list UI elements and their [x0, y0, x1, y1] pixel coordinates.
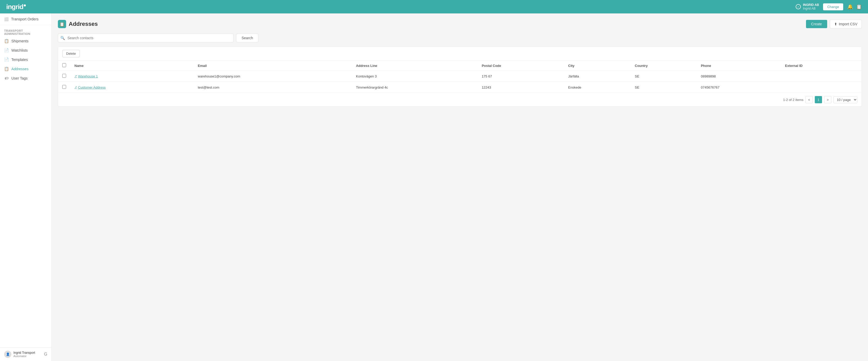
search-row: 🔍 Search — [58, 34, 862, 42]
select-all-checkbox[interactable] — [62, 63, 66, 67]
row2-email: test@test.com — [194, 82, 352, 93]
header-icons: 🔔 📋 — [847, 4, 862, 9]
sidebar-item-shipments[interactable]: 📋 Shipments — [0, 36, 52, 46]
create-button[interactable]: Create — [806, 20, 827, 28]
user-name: Ingrid Transport — [13, 351, 35, 355]
row1-postal-code: 175 67 — [478, 71, 564, 82]
th-country: Country — [630, 61, 697, 71]
sidebar-bottom-button[interactable]: G — [44, 352, 47, 357]
user-name-group: Ingrid Transport Automator — [13, 351, 35, 358]
row1-email: warehouse1@company.com — [194, 71, 352, 82]
sidebar-label-addresses: Addresses — [11, 67, 28, 71]
row2-checkbox-cell — [58, 82, 70, 93]
search-input[interactable] — [58, 34, 234, 42]
import-csv-button[interactable]: ⬆ Import CSV — [830, 20, 862, 28]
import-icon: ⬆ — [834, 22, 837, 26]
templates-icon: 📄 — [4, 57, 9, 62]
messages-button[interactable]: 📋 — [856, 4, 862, 9]
delete-button[interactable]: Delete — [62, 50, 80, 57]
sidebar-section-label: TRANSPORT ADMINISTRATION — [0, 25, 52, 36]
user-sub: Automator — [13, 355, 35, 358]
row2-checkbox[interactable] — [62, 85, 66, 89]
th-address-line: Address Line — [352, 61, 478, 71]
th-postal-code: Postal Code — [478, 61, 564, 71]
company-name: INGRID AB — [803, 3, 819, 7]
table-header: Name Email Address Line Postal Code City — [58, 61, 862, 71]
row1-name-link[interactable]: ↗ Warehouse 1 — [74, 74, 190, 78]
sidebar-item-transport-orders[interactable]: ⬜ Transport Orders — [0, 13, 52, 25]
import-label: Import CSV — [839, 22, 858, 26]
arrow-icon: ↗ — [74, 74, 77, 78]
logo: ingrid — [6, 3, 26, 11]
header-actions: Create ⬆ Import CSV — [806, 20, 862, 28]
transport-orders-icon: ⬜ — [4, 17, 8, 21]
row1-city: Järfälla — [564, 71, 630, 82]
user-tags-icon: 🏷 — [4, 76, 9, 80]
addresses-card: Delete Name Email — [58, 46, 862, 107]
th-name: Name — [70, 61, 194, 71]
company-sub: Ingrid AB — [803, 7, 819, 10]
sidebar-item-addresses[interactable]: 📋 Addresses — [0, 64, 52, 74]
row1-name[interactable]: ↗ Warehouse 1 — [70, 71, 194, 82]
addresses-table: Name Email Address Line Postal Code City — [58, 61, 862, 93]
app-header: ingrid ✓ INGRID AB Ingrid AB Change 🔔 📋 — [0, 0, 868, 13]
row1-external-id — [781, 71, 862, 82]
sidebar-item-user-tags[interactable]: 🏷 User Tags — [0, 74, 52, 83]
sidebar-label-watchlists: Watchlists — [11, 48, 28, 53]
per-page-select[interactable]: 10 / page — [833, 96, 858, 103]
main-content: 📋 Addresses Create ⬆ Import CSV 🔍 Search — [52, 13, 868, 361]
table-row: ↗ Customer Address test@test.com Timmerk… — [58, 82, 862, 93]
row2-city: Enskede — [564, 82, 630, 93]
row1-checkbox-cell — [58, 71, 70, 82]
sidebar-label-shipments: Shipments — [11, 39, 28, 43]
header-right: ✓ INGRID AB Ingrid AB Change 🔔 📋 — [796, 3, 862, 10]
pagination-info: 1-2 of 2 items — [783, 98, 803, 102]
table-body: ↗ Warehouse 1 warehouse1@company.com Kon… — [58, 71, 862, 93]
addresses-icon: 📋 — [4, 67, 9, 71]
search-icon: 🔍 — [60, 36, 65, 40]
page-icon: 📋 — [58, 20, 66, 28]
th-email: Email — [194, 61, 352, 71]
sidebar-user-info: 👤 Ingrid Transport Automator — [4, 351, 35, 358]
table-header-row: Name Email Address Line Postal Code City — [58, 61, 862, 71]
app-body: ⬜ Transport Orders TRANSPORT ADMINISTRAT… — [0, 13, 868, 361]
row1-country: SE — [630, 71, 697, 82]
row2-country: SE — [630, 82, 697, 93]
sidebar-label-templates: Templates — [11, 58, 28, 62]
page-title-group: 📋 Addresses — [58, 20, 98, 28]
row2-external-id — [781, 82, 862, 93]
search-input-wrap: 🔍 — [58, 34, 234, 42]
table-row: ↗ Warehouse 1 warehouse1@company.com Kon… — [58, 71, 862, 82]
row1-checkbox[interactable] — [62, 74, 66, 78]
sidebar-item-watchlists[interactable]: 📄 Watchlists — [0, 46, 52, 55]
page-1-button[interactable]: 1 — [815, 96, 822, 103]
next-page-button[interactable]: > — [824, 96, 831, 103]
th-city: City — [564, 61, 630, 71]
card-toolbar: Delete — [58, 47, 862, 61]
row2-name-link[interactable]: ↗ Customer Address — [74, 86, 190, 89]
th-external-id: External ID — [781, 61, 862, 71]
row2-name[interactable]: ↗ Customer Address — [70, 82, 194, 93]
shipments-icon: 📋 — [4, 39, 9, 43]
notifications-button[interactable]: 🔔 — [847, 4, 853, 9]
company-name-group: INGRID AB Ingrid AB — [803, 3, 819, 10]
row1-phone: 08989898 — [697, 71, 781, 82]
arrow-icon: ↗ — [74, 86, 77, 89]
user-avatar: 👤 — [4, 351, 11, 358]
logo-text: ingrid — [6, 3, 26, 11]
pagination-row: 1-2 of 2 items < 1 > 10 / page — [58, 93, 862, 106]
search-button[interactable]: Search — [236, 34, 258, 42]
company-icon: ✓ — [796, 4, 801, 9]
sidebar-label-user-tags: User Tags — [11, 76, 28, 80]
row2-postal-code: 12243 — [478, 82, 564, 93]
prev-page-button[interactable]: < — [805, 96, 813, 103]
th-checkbox — [58, 61, 70, 71]
watchlists-icon: 📄 — [4, 48, 9, 53]
page-header: 📋 Addresses Create ⬆ Import CSV — [58, 20, 862, 28]
page-title: Addresses — [69, 21, 98, 27]
sidebar-item-templates[interactable]: 📄 Templates — [0, 55, 52, 64]
change-button[interactable]: Change — [823, 3, 843, 10]
row1-address-line: Kontovägen 3 — [352, 71, 478, 82]
row2-address-line: Timmerkörargränd 4c — [352, 82, 478, 93]
row2-phone: 0745676767 — [697, 82, 781, 93]
